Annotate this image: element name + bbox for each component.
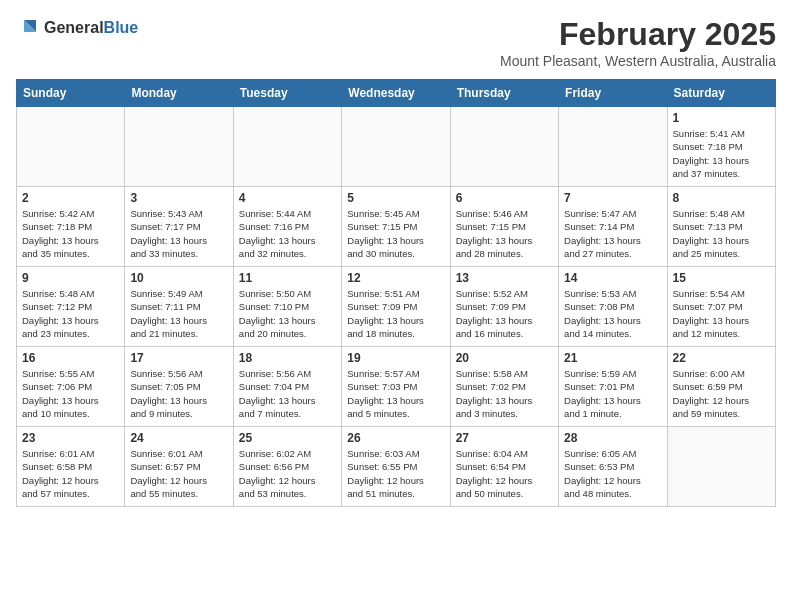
calendar-cell: 16Sunrise: 5:55 AM Sunset: 7:06 PM Dayli… [17, 347, 125, 427]
calendar-cell: 28Sunrise: 6:05 AM Sunset: 6:53 PM Dayli… [559, 427, 667, 507]
calendar-cell: 26Sunrise: 6:03 AM Sunset: 6:55 PM Dayli… [342, 427, 450, 507]
day-number: 20 [456, 351, 553, 365]
day-number: 12 [347, 271, 444, 285]
day-details: Sunrise: 5:56 AM Sunset: 7:04 PM Dayligh… [239, 367, 336, 420]
calendar-header-row: SundayMondayTuesdayWednesdayThursdayFrid… [17, 80, 776, 107]
calendar-week-2: 2Sunrise: 5:42 AM Sunset: 7:18 PM Daylig… [17, 187, 776, 267]
day-details: Sunrise: 5:48 AM Sunset: 7:13 PM Dayligh… [673, 207, 770, 260]
day-number: 6 [456, 191, 553, 205]
calendar-header-thursday: Thursday [450, 80, 558, 107]
calendar-cell: 23Sunrise: 6:01 AM Sunset: 6:58 PM Dayli… [17, 427, 125, 507]
month-title: February 2025 [500, 16, 776, 53]
calendar-cell [342, 107, 450, 187]
calendar-header-wednesday: Wednesday [342, 80, 450, 107]
calendar-cell [667, 427, 775, 507]
day-details: Sunrise: 5:58 AM Sunset: 7:02 PM Dayligh… [456, 367, 553, 420]
calendar-week-1: 1Sunrise: 5:41 AM Sunset: 7:18 PM Daylig… [17, 107, 776, 187]
day-number: 24 [130, 431, 227, 445]
calendar-header-saturday: Saturday [667, 80, 775, 107]
calendar-cell: 10Sunrise: 5:49 AM Sunset: 7:11 PM Dayli… [125, 267, 233, 347]
calendar-cell: 22Sunrise: 6:00 AM Sunset: 6:59 PM Dayli… [667, 347, 775, 427]
day-number: 3 [130, 191, 227, 205]
day-number: 21 [564, 351, 661, 365]
day-details: Sunrise: 6:02 AM Sunset: 6:56 PM Dayligh… [239, 447, 336, 500]
calendar-header-sunday: Sunday [17, 80, 125, 107]
day-number: 4 [239, 191, 336, 205]
day-details: Sunrise: 6:03 AM Sunset: 6:55 PM Dayligh… [347, 447, 444, 500]
logo-text-blue: Blue [104, 19, 139, 36]
calendar-cell: 20Sunrise: 5:58 AM Sunset: 7:02 PM Dayli… [450, 347, 558, 427]
title-area: February 2025 Mount Pleasant, Western Au… [500, 16, 776, 69]
day-number: 7 [564, 191, 661, 205]
day-details: Sunrise: 5:44 AM Sunset: 7:16 PM Dayligh… [239, 207, 336, 260]
day-details: Sunrise: 6:01 AM Sunset: 6:57 PM Dayligh… [130, 447, 227, 500]
calendar-header-monday: Monday [125, 80, 233, 107]
day-details: Sunrise: 5:47 AM Sunset: 7:14 PM Dayligh… [564, 207, 661, 260]
day-number: 25 [239, 431, 336, 445]
day-details: Sunrise: 5:45 AM Sunset: 7:15 PM Dayligh… [347, 207, 444, 260]
day-number: 18 [239, 351, 336, 365]
day-number: 15 [673, 271, 770, 285]
calendar-header-friday: Friday [559, 80, 667, 107]
calendar-week-4: 16Sunrise: 5:55 AM Sunset: 7:06 PM Dayli… [17, 347, 776, 427]
calendar-cell: 14Sunrise: 5:53 AM Sunset: 7:08 PM Dayli… [559, 267, 667, 347]
day-number: 10 [130, 271, 227, 285]
day-number: 22 [673, 351, 770, 365]
calendar-cell: 9Sunrise: 5:48 AM Sunset: 7:12 PM Daylig… [17, 267, 125, 347]
day-number: 2 [22, 191, 119, 205]
day-number: 9 [22, 271, 119, 285]
day-number: 1 [673, 111, 770, 125]
calendar-cell: 19Sunrise: 5:57 AM Sunset: 7:03 PM Dayli… [342, 347, 450, 427]
day-details: Sunrise: 5:55 AM Sunset: 7:06 PM Dayligh… [22, 367, 119, 420]
day-details: Sunrise: 6:04 AM Sunset: 6:54 PM Dayligh… [456, 447, 553, 500]
day-details: Sunrise: 5:43 AM Sunset: 7:17 PM Dayligh… [130, 207, 227, 260]
calendar-cell: 24Sunrise: 6:01 AM Sunset: 6:57 PM Dayli… [125, 427, 233, 507]
calendar-cell [233, 107, 341, 187]
logo-icon [16, 16, 40, 40]
day-details: Sunrise: 5:49 AM Sunset: 7:11 PM Dayligh… [130, 287, 227, 340]
calendar-cell: 15Sunrise: 5:54 AM Sunset: 7:07 PM Dayli… [667, 267, 775, 347]
day-number: 19 [347, 351, 444, 365]
calendar-table: SundayMondayTuesdayWednesdayThursdayFrid… [16, 79, 776, 507]
day-details: Sunrise: 5:41 AM Sunset: 7:18 PM Dayligh… [673, 127, 770, 180]
day-details: Sunrise: 5:51 AM Sunset: 7:09 PM Dayligh… [347, 287, 444, 340]
calendar-cell [125, 107, 233, 187]
day-details: Sunrise: 5:48 AM Sunset: 7:12 PM Dayligh… [22, 287, 119, 340]
calendar-cell: 8Sunrise: 5:48 AM Sunset: 7:13 PM Daylig… [667, 187, 775, 267]
calendar-cell: 21Sunrise: 5:59 AM Sunset: 7:01 PM Dayli… [559, 347, 667, 427]
day-details: Sunrise: 5:53 AM Sunset: 7:08 PM Dayligh… [564, 287, 661, 340]
day-number: 14 [564, 271, 661, 285]
calendar-cell: 13Sunrise: 5:52 AM Sunset: 7:09 PM Dayli… [450, 267, 558, 347]
calendar-header-tuesday: Tuesday [233, 80, 341, 107]
day-details: Sunrise: 6:00 AM Sunset: 6:59 PM Dayligh… [673, 367, 770, 420]
day-number: 16 [22, 351, 119, 365]
calendar-cell: 2Sunrise: 5:42 AM Sunset: 7:18 PM Daylig… [17, 187, 125, 267]
day-number: 28 [564, 431, 661, 445]
day-details: Sunrise: 5:50 AM Sunset: 7:10 PM Dayligh… [239, 287, 336, 340]
day-number: 17 [130, 351, 227, 365]
day-details: Sunrise: 5:57 AM Sunset: 7:03 PM Dayligh… [347, 367, 444, 420]
calendar-cell: 11Sunrise: 5:50 AM Sunset: 7:10 PM Dayli… [233, 267, 341, 347]
page-header: GeneralBlue February 2025 Mount Pleasant… [16, 16, 776, 69]
day-details: Sunrise: 5:59 AM Sunset: 7:01 PM Dayligh… [564, 367, 661, 420]
day-number: 8 [673, 191, 770, 205]
calendar-cell: 18Sunrise: 5:56 AM Sunset: 7:04 PM Dayli… [233, 347, 341, 427]
calendar-week-5: 23Sunrise: 6:01 AM Sunset: 6:58 PM Dayli… [17, 427, 776, 507]
day-details: Sunrise: 5:56 AM Sunset: 7:05 PM Dayligh… [130, 367, 227, 420]
day-details: Sunrise: 6:05 AM Sunset: 6:53 PM Dayligh… [564, 447, 661, 500]
calendar-cell: 7Sunrise: 5:47 AM Sunset: 7:14 PM Daylig… [559, 187, 667, 267]
location-subtitle: Mount Pleasant, Western Australia, Austr… [500, 53, 776, 69]
calendar-cell: 17Sunrise: 5:56 AM Sunset: 7:05 PM Dayli… [125, 347, 233, 427]
day-details: Sunrise: 6:01 AM Sunset: 6:58 PM Dayligh… [22, 447, 119, 500]
day-details: Sunrise: 5:46 AM Sunset: 7:15 PM Dayligh… [456, 207, 553, 260]
calendar-week-3: 9Sunrise: 5:48 AM Sunset: 7:12 PM Daylig… [17, 267, 776, 347]
calendar-cell: 5Sunrise: 5:45 AM Sunset: 7:15 PM Daylig… [342, 187, 450, 267]
day-details: Sunrise: 5:54 AM Sunset: 7:07 PM Dayligh… [673, 287, 770, 340]
day-number: 5 [347, 191, 444, 205]
day-number: 13 [456, 271, 553, 285]
calendar-cell [559, 107, 667, 187]
calendar-cell: 27Sunrise: 6:04 AM Sunset: 6:54 PM Dayli… [450, 427, 558, 507]
day-number: 11 [239, 271, 336, 285]
calendar-cell: 3Sunrise: 5:43 AM Sunset: 7:17 PM Daylig… [125, 187, 233, 267]
logo-text-general: General [44, 19, 104, 36]
